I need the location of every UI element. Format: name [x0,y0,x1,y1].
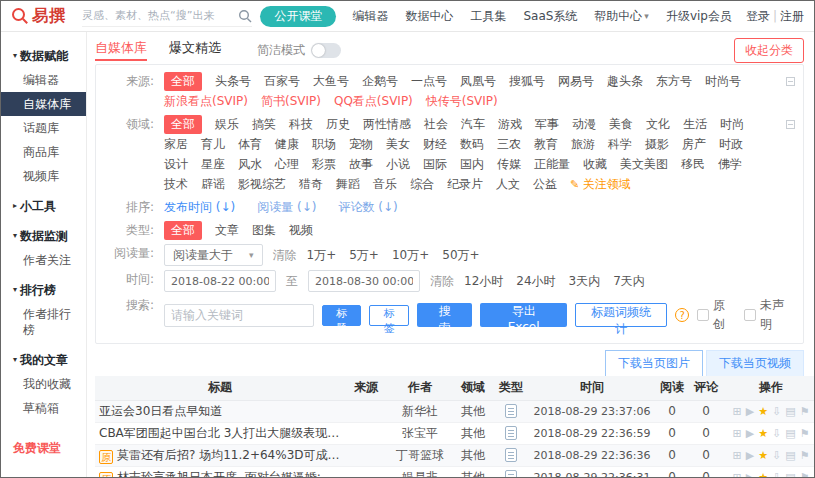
download-icon[interactable]: ⇩ [772,472,781,478]
star-icon[interactable]: ★ [758,450,768,461]
keyword-input[interactable] [164,304,314,327]
source-chip[interactable]: 百家号 [264,72,300,91]
time-clear-link[interactable]: 清除 [430,272,454,291]
sidebar-item[interactable]: ▾ 排行榜 [1,278,86,302]
article-author[interactable]: 张宝平 [387,422,453,444]
source-chip[interactable]: 企鹅号 [362,72,398,91]
domain-chip[interactable]: 收藏 [583,155,607,174]
time-quick-option[interactable]: 3天内 [569,272,601,291]
sort-option[interactable]: 评论数 (↓) [338,198,397,217]
domain-chip[interactable]: 设计 [164,155,188,174]
domain-chip[interactable]: 舞蹈 [336,175,360,194]
sidebar-item[interactable]: 我的收藏 [1,372,86,396]
source-chip[interactable]: 新浪看点(SVIP) [164,92,248,111]
login-link[interactable]: 登录 [746,9,770,23]
domain-chip[interactable]: 小说 [386,155,410,174]
sidebar-item[interactable]: 作者关注 [1,248,86,272]
article-author[interactable]: 丁哥篮球 [387,444,453,466]
source-chip[interactable]: 头条号 [215,72,251,91]
domain-chip[interactable]: 教育 [534,135,558,154]
domain-chip[interactable]: 国际 [423,155,447,174]
sidebar-item[interactable]: 免费课堂 [1,436,86,460]
sidebar-item[interactable]: ▾ 我的文章 [1,348,86,372]
table-row[interactable]: 亚运会30日看点早知道 新华社 其他 2018-08-29 23:37:06 0… [95,400,814,422]
domain-chip[interactable]: 美女 [386,135,410,154]
undeclared-checkbox[interactable]: 未声明 [744,296,795,334]
domain-chip[interactable]: 旅游 [571,135,595,154]
domain-chip[interactable]: 佛学 [718,155,742,174]
play-icon[interactable]: ▶ [746,428,754,439]
top-nav-item[interactable]: 工具集 [470,8,506,25]
reads-option[interactable]: 5万+ [349,246,379,265]
domain-chip[interactable]: 音乐 [373,175,397,194]
domain-chip[interactable]: 猎奇 [299,175,323,194]
sort-option[interactable]: 发布时间 (↓) [164,198,235,217]
sidebar-item[interactable]: 草稿箱 [1,396,86,420]
open-course-button[interactable]: 公开课堂 [260,6,336,27]
star-icon[interactable]: ★ [758,472,768,478]
domain-chip[interactable]: 综合 [410,175,434,194]
stats-icon[interactable]: ▤ [785,472,795,478]
play-icon[interactable]: ▶ [746,450,754,461]
domain-chip[interactable]: 国内 [460,155,484,174]
domain-chip[interactable]: 摄影 [645,135,669,154]
top-nav-item[interactable]: 编辑器 [352,8,388,25]
domain-chip[interactable]: 健康 [275,135,299,154]
article-title[interactable]: 莫雷还有后招? 场均11.2+64%3D可成最强绝配，一特质完... [117,448,345,462]
domain-chip[interactable]: 军事 [535,115,559,134]
domain-chip[interactable]: 职场 [312,135,336,154]
domain-chip[interactable]: 科技 [289,115,313,134]
domain-chip[interactable]: 风水 [238,155,262,174]
domain-chip[interactable]: 家居 [164,135,188,154]
top-nav-item[interactable]: 帮助中心 ▾ [594,8,649,25]
sidebar-item[interactable]: 编辑器 [1,68,86,92]
download-icon[interactable]: ⇩ [772,406,781,417]
stats-icon[interactable]: ▤ [785,450,795,461]
domain-chip[interactable]: 房产 [682,135,706,154]
domain-chip[interactable]: 心理 [275,155,299,174]
domain-chip[interactable]: 历史 [326,115,350,134]
type-chip[interactable]: 视频 [289,221,313,240]
search-by-title-button[interactable]: 标题 [322,305,361,326]
sidebar-item[interactable]: 话题库 [1,116,86,140]
domain-chip[interactable]: 公益 [533,175,557,194]
stats-icon[interactable]: ▤ [785,428,795,439]
reads-option[interactable]: 50万+ [442,246,479,265]
article-author[interactable]: 娱是非 [387,466,453,478]
sort-option[interactable]: 阅读量 (↓) [257,198,316,217]
source-chip[interactable]: 凤凰号 [460,72,496,91]
sidebar-item[interactable]: ▾ 数据监测 [1,224,86,248]
domain-chip[interactable]: 文化 [646,115,670,134]
search-icon[interactable] [238,9,252,23]
domain-chip[interactable]: 游戏 [498,115,522,134]
domain-chip[interactable]: 三农 [497,135,521,154]
collapse-row-icon[interactable] [786,77,795,86]
type-chip[interactable]: 全部 [164,221,202,240]
domain-chip[interactable]: 彩票 [312,155,336,174]
play-icon[interactable]: ▶ [746,406,754,417]
download-tab[interactable]: 下载当页图片 [605,350,703,376]
sidebar-item[interactable]: 视频库 [1,164,86,188]
article-author[interactable]: 新华社 [387,400,453,422]
source-chip[interactable]: 搜狐号 [509,72,545,91]
grid-icon[interactable]: ⊞ [732,428,741,439]
source-chip[interactable]: 时尚号 [705,72,741,91]
domain-chip[interactable]: 星座 [201,155,225,174]
flag-icon[interactable]: ⚑ [800,450,810,461]
time-quick-option[interactable]: 12小时 [464,272,503,291]
reads-option[interactable]: 1万+ [307,246,337,265]
domain-chip[interactable]: 娱乐 [215,115,239,134]
flag-icon[interactable]: ⚑ [800,406,810,417]
download-icon[interactable]: ⇩ [772,428,781,439]
simple-mode-toggle[interactable] [311,43,341,58]
grid-icon[interactable]: ⊞ [732,450,741,461]
table-row[interactable]: 原莫雷还有后招? 场均11.2+64%3D可成最强绝配，一特质完... 丁哥篮球… [95,444,814,466]
table-row[interactable]: CBA军团围起中国台北 3人打出大腿级表现 宝岛勒布朗初露底... 张宝平 其他… [95,422,814,444]
download-tab[interactable]: 下载当页视频 [706,350,804,376]
sidebar-item[interactable]: ▸ 小工具 [1,194,86,218]
domain-chip[interactable]: 动漫 [572,115,596,134]
domain-chip[interactable]: 生活 [683,115,707,134]
domain-chip[interactable]: 影视综艺 [238,175,286,194]
domain-chip[interactable]: 搞笑 [252,115,276,134]
domain-chip[interactable]: 汽车 [461,115,485,134]
